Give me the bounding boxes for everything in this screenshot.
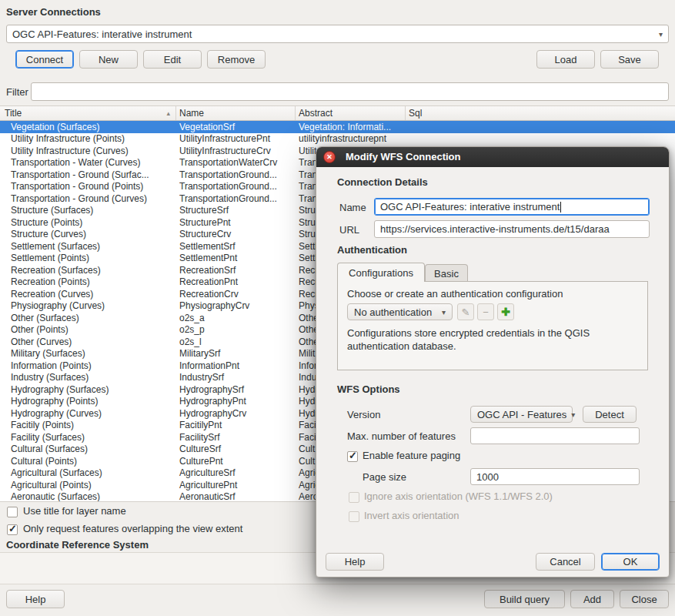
cell-title: Agricultural (Surfaces) <box>0 467 176 478</box>
column-header-abstract[interactable]: Abstract <box>296 106 406 120</box>
auth-config-panel: Choose or create an authentication confi… <box>337 281 648 370</box>
cell-name: TransportationGround... <box>176 181 296 192</box>
url-field[interactable]: https://services.interactive-instruments… <box>374 220 650 238</box>
cell-title: Physiography (Curves) <box>0 300 176 311</box>
cell-title: Structure (Surfaces) <box>0 205 176 216</box>
cell-title: Vegetation (Surfaces) <box>0 122 176 132</box>
max-features-label: Max. number of features <box>347 430 456 442</box>
cell-name: RecreationPnt <box>176 276 296 287</box>
cell-title: Transportation - Ground (Surfac... <box>0 169 176 180</box>
table-row[interactable]: Utility Infrastructure (Points)UtilityIn… <box>0 133 675 146</box>
remove-button[interactable]: Remove <box>207 50 266 69</box>
column-header-title[interactable]: Title ▴ <box>0 106 176 120</box>
version-select[interactable]: OGC API - Features ▾ <box>470 406 573 423</box>
cell-title: Facitily (Points) <box>0 420 176 430</box>
dialog-help-button[interactable]: Help <box>326 553 384 571</box>
cell-name: VegetationSrf <box>176 122 296 132</box>
close-button[interactable]: Close <box>620 590 669 608</box>
cell-name: HydrographySrf <box>176 384 296 395</box>
cell-title: Facility (Surfaces) <box>0 432 176 443</box>
url-label: URL <box>339 224 359 236</box>
cell-name: SettlementPnt <box>176 253 296 263</box>
remove-auth-button[interactable]: − <box>477 303 494 320</box>
cell-title: Industry (Surfaces) <box>0 372 176 383</box>
only-extent-checkbox[interactable] <box>7 524 18 535</box>
cell-name: TransportationGround... <box>176 169 296 180</box>
dialog-body: Connection Details Name OGC API-Features… <box>316 167 669 577</box>
cell-title: Recreation (Surfaces) <box>0 265 176 276</box>
name-field[interactable]: OGC API-Features: interative instrument <box>374 198 650 216</box>
save-button[interactable]: Save <box>600 50 659 69</box>
window-heading: Server Connections <box>6 6 101 18</box>
cell-name: HydrographyCrv <box>176 408 296 419</box>
cell-name: AeronauticSrf <box>176 491 296 502</box>
filter-input[interactable] <box>31 82 669 101</box>
table-row[interactable]: Vegetation (Surfaces)VegetationSrfVegeta… <box>0 121 675 133</box>
add-button[interactable]: Add <box>570 590 614 608</box>
dialog-titlebar[interactable]: ✕ Modify WFS Connection <box>316 147 669 167</box>
edit-button[interactable]: Edit <box>143 50 202 69</box>
auth-config-select[interactable]: No authentication ▾ <box>347 303 453 320</box>
cell-name: o2s_p <box>176 324 296 335</box>
ignore-axis-checkbox <box>349 492 359 503</box>
connection-details-title: Connection Details <box>337 176 428 188</box>
page-size-label: Page size <box>363 471 406 483</box>
name-label: Name <box>339 202 366 213</box>
cell-title: Utility Infrastructure (Points) <box>0 133 176 144</box>
cell-title: Other (Surfaces) <box>0 313 176 323</box>
detect-button[interactable]: Detect <box>583 406 637 423</box>
cell-name: StructureSrf <box>176 205 296 216</box>
add-auth-button[interactable]: ✚ <box>497 303 514 320</box>
connection-select[interactable]: OGC API-Features: interative instrument … <box>6 25 669 43</box>
cell-name: UtilityInfrastructureCrv <box>176 146 296 156</box>
cell-name: AgricultureSrf <box>176 467 296 478</box>
column-header-sql[interactable]: Sql <box>406 106 675 120</box>
cell-name: InformationPnt <box>176 360 296 371</box>
cell-name: IndustrySrf <box>176 372 296 383</box>
help-button[interactable]: Help <box>6 590 65 608</box>
cancel-button[interactable]: Cancel <box>536 553 595 571</box>
cell-title: Structure (Points) <box>0 217 176 228</box>
cell-name: StructureCrv <box>176 229 296 239</box>
use-title-checkbox[interactable] <box>7 507 18 517</box>
cell-title: Other (Curves) <box>0 336 176 347</box>
cell-title: Cultural (Surfaces) <box>0 444 176 454</box>
load-button[interactable]: Load <box>536 50 595 69</box>
max-features-field[interactable] <box>470 427 640 444</box>
pencil-icon: ✎ <box>462 306 470 318</box>
enable-paging-checkbox[interactable] <box>347 451 358 462</box>
ok-button[interactable]: OK <box>601 553 660 571</box>
cell-name: CultureSrf <box>176 444 296 454</box>
cell-title: Hydrography (Points) <box>0 396 176 407</box>
modify-wfs-connection-dialog: ✕ Modify WFS Connection Connection Detai… <box>316 146 670 578</box>
cell-title: Utility Infrastructure (Curves) <box>0 146 176 156</box>
cell-title: Recreation (Points) <box>0 276 176 287</box>
cell-name: FacitilyPnt <box>176 420 296 430</box>
auth-hint: Choose or create an authentication confi… <box>347 288 563 300</box>
only-extent-label: Only request features overlapping the vi… <box>23 523 242 534</box>
filter-label: Filter <box>6 86 28 98</box>
page-size-field[interactable]: 1000 <box>470 468 640 485</box>
plus-icon: ✚ <box>501 306 510 318</box>
build-query-button[interactable]: Build query <box>484 590 565 608</box>
edit-auth-button[interactable]: ✎ <box>457 303 474 320</box>
invert-axis-label: Invert axis orientation <box>364 510 459 521</box>
tab-basic[interactable]: Basic <box>425 264 468 282</box>
cell-name: UtilityInfrastructurePnt <box>176 133 296 144</box>
cell-name: RecreationSrf <box>176 265 296 276</box>
chevron-down-icon: ▾ <box>659 30 663 38</box>
auth-note: Configurations store encrypted credentia… <box>347 326 618 353</box>
cell-title: Information (Points) <box>0 360 176 371</box>
cell-name: SettlementSrf <box>176 241 296 252</box>
column-header-name[interactable]: Name <box>176 106 296 120</box>
use-title-label: Use title for layer name <box>23 505 126 517</box>
dialog-title: Modify WFS Connection <box>346 147 460 167</box>
tab-configurations[interactable]: Configurations <box>337 263 425 282</box>
new-button[interactable]: New <box>79 50 138 69</box>
close-icon[interactable]: ✕ <box>323 151 336 163</box>
cell-title: Hydrography (Curves) <box>0 408 176 419</box>
text-caret <box>560 202 561 213</box>
cell-title: Agricultural (Points) <box>0 480 176 490</box>
cell-name: TransportationGround... <box>176 193 296 204</box>
connect-button[interactable]: Connect <box>15 50 74 69</box>
